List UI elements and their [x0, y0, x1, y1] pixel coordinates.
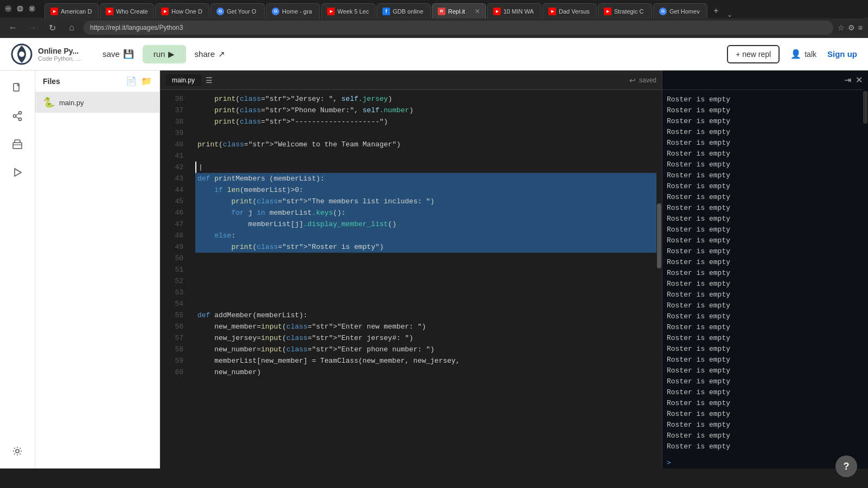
signup-button[interactable]: Sign up — [827, 49, 857, 59]
tab-gdb[interactable]: f GDB online — [376, 3, 431, 18]
output-line: Roster is empty — [667, 105, 864, 116]
sidebar — [0, 70, 35, 468]
home-button[interactable]: ⌂ — [64, 20, 79, 35]
tab-label-strategic: Strategic C — [614, 8, 643, 15]
line-number: 53 — [160, 287, 183, 298]
forward-button[interactable]: → — [25, 20, 40, 35]
line-number: 51 — [160, 264, 183, 275]
code-line: def addMember(memberList): — [195, 310, 656, 321]
sidebar-item-files[interactable] — [9, 79, 26, 97]
sidebar-item-run[interactable] — [9, 164, 26, 181]
play-sidebar-icon — [12, 167, 23, 178]
editor-scrollbar[interactable] — [656, 90, 662, 468]
file-panel-actions: 📄 📁 — [126, 76, 152, 86]
tab-american[interactable]: ▶ American D — [44, 3, 99, 18]
run-play-icon: ▶ — [168, 49, 175, 59]
tab-get-home[interactable]: G Get Homev — [653, 3, 707, 18]
line-number: 59 — [160, 355, 183, 367]
output-scrollbar-thumb[interactable] — [863, 91, 867, 124]
add-folder-icon[interactable]: 📁 — [141, 76, 152, 86]
output-line: Roster is empty — [667, 235, 864, 246]
sidebar-item-share[interactable] — [9, 107, 26, 125]
tab-favicon-yt6: ▶ — [548, 8, 556, 15]
tab-label-repl: Repl.it — [448, 8, 465, 15]
output-line: Roster is empty — [667, 149, 864, 159]
tab-favicon-g3: G — [659, 8, 667, 15]
output-line: Roster is empty — [667, 322, 864, 333]
save-label: save — [103, 49, 120, 59]
save-icon: 💾 — [123, 49, 134, 59]
file-main-py[interactable]: 🐍 main.py — [35, 92, 159, 113]
tab-who-create[interactable]: ▶ Who Create — [100, 3, 154, 18]
editor-tab-main-py[interactable]: main.py — [165, 74, 201, 86]
tab-close-repl[interactable]: ✕ — [475, 8, 480, 15]
editor-status: ↩ saved — [629, 76, 656, 85]
share-button[interactable]: share ↗ — [195, 49, 226, 59]
output-line: Roster is empty — [667, 355, 864, 365]
svg-point-12 — [19, 118, 22, 121]
tab-how-one[interactable]: ▶ How One D — [155, 3, 209, 18]
add-file-icon[interactable]: 📄 — [126, 76, 137, 86]
reload-button[interactable]: ↻ — [44, 20, 60, 35]
bookmark-icon[interactable]: ☆ — [838, 23, 845, 32]
logo-image — [11, 43, 33, 65]
svg-point-2 — [17, 5, 23, 12]
signup-label: Sign up — [827, 49, 857, 59]
editor-area: main.py ☰ ↩ saved 3637383940414243444546… — [160, 70, 662, 468]
tab-get-your[interactable]: G Get Your O — [210, 3, 265, 18]
output-redirect-button[interactable]: ⇥ — [844, 75, 851, 85]
extensions-icon[interactable]: ⚙ — [848, 23, 855, 32]
help-button[interactable]: ? — [835, 455, 857, 477]
output-scrollbar[interactable] — [863, 87, 868, 468]
tab-favicon-yt4: ▶ — [327, 8, 335, 15]
svg-point-10 — [19, 112, 22, 114]
tab-repl[interactable]: R Repl.it ✕ — [432, 3, 486, 18]
url-bar[interactable]: https://repl.it/languages/Python3 — [84, 21, 833, 35]
sidebar-item-packages[interactable] — [9, 136, 26, 153]
code-line: if len(memberList)>0: — [195, 184, 656, 196]
editor-tab-list-icon[interactable]: ☰ — [206, 76, 213, 85]
run-button[interactable]: run ▶ — [143, 45, 186, 63]
tab-overflow-button[interactable]: ⌄ — [725, 11, 735, 18]
window-maximize-icon[interactable] — [16, 5, 24, 12]
address-bar: ← → ↻ ⌂ https://repl.it/languages/Python… — [0, 17, 868, 38]
line-number: 46 — [160, 207, 183, 219]
new-tab-button[interactable]: + — [709, 3, 724, 18]
browser-menu-icon[interactable]: ≡ — [858, 23, 863, 32]
output-line: Roster is empty — [667, 116, 864, 127]
tab-strategic[interactable]: ▶ Strategic C — [598, 3, 652, 18]
output-line: Roster is empty — [667, 376, 864, 387]
new-repl-button[interactable]: + new repl — [727, 45, 780, 63]
output-line: Roster is empty — [667, 420, 864, 431]
tab-dad[interactable]: ▶ Dad Versus — [542, 3, 597, 18]
scrollbar-thumb[interactable] — [657, 203, 661, 268]
file-panel: Files 📄 📁 🐍 main.py — [35, 70, 160, 468]
editor-tab-bar: main.py ☰ ↩ saved — [160, 70, 662, 90]
output-line: Roster is empty — [667, 311, 864, 322]
output-line: Roster is empty — [667, 387, 864, 398]
talk-button[interactable]: 👤 talk — [790, 49, 816, 59]
app-logo: Online Py... Code Python, ... — [11, 43, 81, 65]
code-line: print(class="str">"--------------------"… — [195, 116, 656, 127]
code-line: new_jersey=input(class="str">"Enter jers… — [195, 332, 656, 344]
output-content: Roster is emptyRoster is emptyRoster is … — [662, 90, 868, 456]
back-button[interactable]: ← — [5, 20, 21, 35]
save-button[interactable]: save 💾 — [103, 49, 134, 59]
output-line: Roster is empty — [667, 290, 864, 300]
code-line: new_member=input(class="str">"Enter new … — [195, 321, 656, 332]
window-minimize-icon[interactable] — [4, 5, 12, 12]
tab-home-gra[interactable]: G Home - gra — [266, 3, 320, 18]
sidebar-item-settings[interactable] — [9, 442, 26, 460]
window-close-icon[interactable] — [28, 5, 36, 12]
tab-label-get-your: Get Your O — [227, 8, 256, 15]
code-content[interactable]: print(class="str">"Jersey: ", self.jerse… — [190, 90, 656, 468]
tab-10min[interactable]: ▶ 10 MIN WA — [487, 3, 541, 18]
tab-favicon-yt1: ▶ — [50, 8, 58, 15]
tab-label-how-one: How One D — [171, 8, 202, 15]
output-header: ⇥ ✕ — [662, 70, 868, 90]
tab-week5[interactable]: ▶ Week 5 Lec — [321, 3, 375, 18]
output-line: Roster is empty — [667, 409, 864, 420]
code-line — [195, 150, 656, 162]
python-file-icon: 🐍 — [43, 97, 55, 108]
output-close-button[interactable]: ✕ — [856, 75, 863, 85]
